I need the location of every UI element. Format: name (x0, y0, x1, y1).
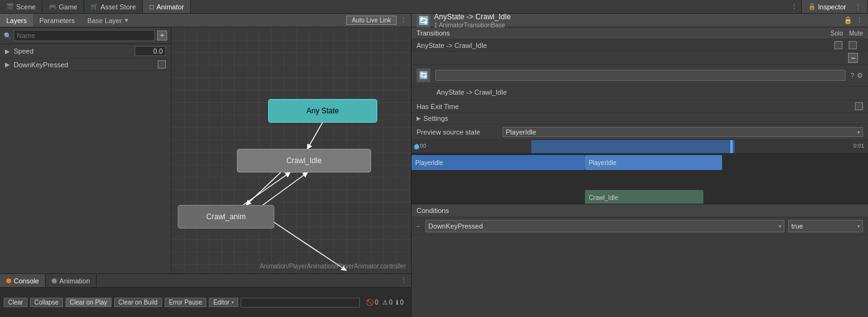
error-pause-button[interactable]: Error Pause (165, 298, 206, 307)
tab-actions: ⋮ (787, 2, 801, 11)
clear-on-build-button[interactable]: Clear on Build (114, 298, 162, 307)
transition-detail-icons: ? ⚙ (851, 72, 863, 80)
settings-row[interactable]: ▶ Settings (412, 113, 868, 125)
remove-transition-area: − (412, 52, 868, 65)
scene-icon: 🎬 (6, 3, 14, 10)
remove-transition-button[interactable]: − (848, 53, 858, 63)
condition-key-select[interactable]: DownKeyPressed ▾ (425, 220, 784, 232)
add-parameter-button[interactable]: + (157, 31, 167, 40)
has-exit-time-checkbox[interactable] (855, 102, 863, 110)
help-icon[interactable]: ? (851, 72, 854, 80)
clear-button[interactable]: Clear (4, 298, 27, 307)
condition-key-dropdown-arrow: ▾ (779, 224, 781, 229)
track-player-idle-1[interactable]: PlayerIdle (412, 155, 585, 170)
transition-detail-name: AnyState -> Crawl_Idle (412, 87, 868, 100)
timeline-area: 0:00 0:01 PlayerIdle Player (412, 140, 868, 204)
warning-icon: ⚠ (382, 299, 388, 306)
game-icon: 🎮 (49, 3, 56, 10)
canvas-path: Animation/PlayerAnimation/PlayerAnimator… (171, 263, 411, 270)
bool-icon: ▶ (5, 61, 10, 68)
editor-dropdown[interactable]: Editor ▾ (209, 298, 238, 307)
asset-store-icon: 🛒 (90, 3, 98, 10)
top-tab-bar: 🎬 Scene 🎮 Game 🛒 Asset Store ◻ Animator … (0, 0, 868, 14)
sidebar-search-area: 🔍 + (0, 27, 171, 44)
inspector-header: 🔄 AnyState -> Crawl_Idle 1 AnimatorTrans… (412, 14, 868, 27)
preview-source-select[interactable]: PlayerIdle ▾ (503, 127, 863, 137)
settings-chevron: ▶ (417, 115, 421, 121)
preview-source-dropdown-arrow: ▾ (857, 130, 860, 135)
state-crawl-anim[interactable]: Crawl_anim (178, 205, 274, 229)
tab-inspector[interactable]: 🔒 Inspector ⋮ (801, 0, 868, 13)
transition-block (531, 140, 735, 153)
search-input[interactable] (14, 30, 155, 41)
transition-detail-icon: 🔄 (417, 69, 430, 82)
animator-sidebar: 🔍 + ▶ Speed ▶ DownKeyPressed (0, 27, 171, 273)
track-crawl-idle[interactable]: Crawl_Idle (585, 190, 703, 204)
layers-tab[interactable]: Layers (0, 14, 33, 27)
tab-animator[interactable]: ◻ Animator (143, 0, 191, 13)
tab-asset-store[interactable]: 🛒 Asset Store (84, 0, 143, 13)
track-row-3: Crawl_Idle (412, 189, 868, 204)
collapse-button[interactable]: Collapse (30, 298, 63, 307)
console-options-icon[interactable]: ⋮ (397, 277, 411, 285)
downkeypressed-checkbox[interactable] (158, 60, 166, 69)
mute-checkbox[interactable] (849, 41, 857, 49)
animator-canvas[interactable]: Any State Crawl_Idle Crawl_anim Animatio… (171, 27, 411, 273)
ruler-end-label: 0:01 (853, 143, 864, 149)
timeline-end-handle[interactable] (730, 140, 733, 153)
condition-value-dropdown-arrow: ▾ (857, 224, 860, 229)
auto-live-button[interactable]: Auto Live Link (346, 16, 397, 25)
error-count: 🚫 0 (366, 299, 379, 306)
inspector-content: Transitions Solo Mute AnyState -> Crawl_… (412, 27, 868, 317)
inspector-panel: 🔄 AnyState -> Crawl_Idle 1 AnimatorTrans… (412, 14, 868, 317)
param-downkeypressed: ▶ DownKeyPressed (0, 59, 171, 71)
condition-value-select[interactable]: true ▾ (788, 220, 863, 232)
has-exit-time-row: Has Exit Time (412, 100, 868, 113)
console-tabs: Console Animation ⋮ (0, 274, 411, 288)
condition-minus-icon: − (417, 223, 420, 230)
console-dot (6, 278, 11, 283)
preview-source-row: Preview source state PlayerIdle ▾ (412, 125, 868, 140)
inspector-icon: 🔒 (808, 3, 816, 10)
track-row-2: PlayerIdle PlayerIdle (412, 154, 868, 171)
inspector-header-icons: 🔒 ⋮ (844, 16, 863, 24)
panel-options-icon[interactable]: ⋮ (400, 16, 411, 24)
speed-value[interactable] (135, 46, 166, 56)
tab-scene[interactable]: 🎬 Scene (0, 0, 42, 13)
info-count: ℹ 0 (396, 299, 403, 306)
error-icon: 🚫 (366, 299, 374, 306)
animator-content: 🔍 + ▶ Speed ▶ DownKeyPressed (0, 27, 411, 273)
animation-tab[interactable]: Animation (46, 274, 97, 287)
transitions-section-header: Transitions Solo Mute (412, 27, 868, 39)
settings-icon[interactable]: ⚙ (857, 72, 863, 80)
track-player-idle-2[interactable]: PlayerIdle (585, 155, 722, 170)
lock-icon[interactable]: 🔒 (844, 16, 852, 24)
inspector-menu-icon[interactable]: ⋮ (856, 16, 863, 24)
clear-on-play-button[interactable]: Clear on Play (65, 298, 112, 307)
search-icon: 🔍 (4, 32, 11, 39)
float-icon: ▶ (5, 48, 10, 55)
console-tab[interactable]: Console (0, 274, 46, 287)
state-crawl-idle[interactable]: Crawl_Idle (237, 149, 371, 173)
breadcrumb: Base Layer ▾ (81, 16, 346, 24)
transition-search[interactable] (435, 70, 846, 81)
editor-dropdown-arrow: ▾ (231, 300, 234, 305)
parameters-tab[interactable]: Parameters (33, 14, 81, 27)
timeline-tracks: PlayerIdle PlayerIdle Crawl_Idle (412, 154, 868, 204)
ruler-start-label: 0:00 (415, 143, 427, 149)
console-search-input[interactable] (241, 298, 360, 308)
transition-detail-row: 🔄 ? ⚙ (412, 65, 868, 87)
info-icon: ℹ (396, 299, 398, 306)
solo-checkbox[interactable] (834, 41, 842, 49)
timeline-ruler[interactable]: 0:00 0:01 (412, 140, 868, 154)
param-speed: ▶ Speed (0, 44, 171, 59)
animator-panel: Layers Parameters Base Layer ▾ Auto Live… (0, 14, 412, 317)
state-any-state[interactable]: Any State (268, 99, 377, 123)
console-counts: 🚫 0 ⚠ 0 ℹ 0 (362, 299, 407, 306)
transition-row[interactable]: AnyState -> Crawl_Idle (412, 39, 868, 52)
main-area: Layers Parameters Base Layer ▾ Auto Live… (0, 14, 868, 317)
animator-header: Layers Parameters Base Layer ▾ Auto Live… (0, 14, 411, 27)
condition-row: − DownKeyPressed ▾ true ▾ (412, 217, 868, 235)
tab-game[interactable]: 🎮 Game (42, 0, 84, 13)
inspector-icon-box: 🔄 (417, 14, 430, 27)
